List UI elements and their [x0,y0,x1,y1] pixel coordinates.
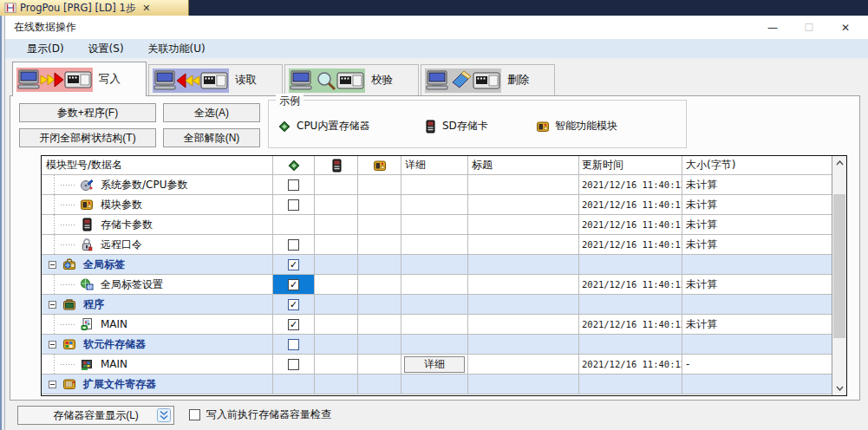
updated-cell: 2021/12/16 11:40:13 [579,275,682,294]
ext-file-register-icon [62,377,76,391]
header-sd-card-column [315,156,358,174]
module-cell [358,175,401,194]
select-all-button[interactable]: 全选(A) [163,103,260,122]
sd-card-cell [315,195,358,214]
global-label-setting-icon [80,277,94,291]
detail-cell [401,375,468,394]
size-cell: 未计算 [682,235,832,254]
module-cell [358,315,401,334]
row-checkbox[interactable] [288,179,299,191]
vertical-scrollbar[interactable] [832,156,846,395]
table-row: 全局标签设置✓2021/12/16 11:40:13未计算 [42,275,832,295]
tree-lines [42,235,80,254]
legend-item-cpu-memory: CPU内置存储器 [277,119,369,134]
sd-card-icon [330,159,343,173]
tab-label: 写入 [99,72,121,87]
title-cell [468,255,579,274]
row-checkbox[interactable] [288,239,299,251]
data-grid: 模块型号/数据名 详细 标题 更新时间 大小(字节) 系统参数/CPU参数202… [42,156,832,395]
row-name-cell[interactable]: 远程口令 [42,235,273,254]
size-cell: 未计算 [682,315,832,334]
row-label: MAIN [101,318,127,330]
row-name-cell[interactable]: 软元件存储器 [42,335,273,354]
title-cell [468,295,579,314]
memory-capacity-display-button[interactable]: 存储器容量显示(L) [17,406,174,425]
cpu-memory-cell: ✓ [273,295,315,314]
menu-display[interactable]: 显示(D) [18,40,73,58]
row-checkbox[interactable] [288,199,299,211]
document-tab[interactable]: ProgPou [PRG] [LD] 1步 ✕ [0,0,189,16]
legend-groupbox: 示例 CPU内置存储器 SD存储卡 智能功能模块 [268,100,687,148]
updated-cell: 2021/12/16 11:40:11 [579,235,682,254]
detail-button[interactable]: 详细 [404,356,465,373]
row-checkbox[interactable]: ✓ [288,259,299,270]
close-button[interactable]: ✕ [827,16,864,39]
title-cell [468,195,579,214]
tab-delete[interactable]: 删除 [421,64,555,95]
size-cell: 未计算 [682,275,832,294]
sd-card-cell [315,355,358,374]
collapse-toggle-icon[interactable] [49,381,56,388]
module-cell [358,355,401,374]
tab-read[interactable]: 读取 [148,64,283,95]
program-folder-icon [62,297,76,311]
tab-verify[interactable]: 校验 [284,64,419,95]
capacity-check-label: 写入前执行存储器容量检查 [206,407,331,422]
module-cell [358,335,401,354]
table-row: 存储卡参数2021/12/16 11:40:11未计算 [42,215,832,235]
title-cell [468,335,579,354]
parameter-program-button[interactable]: 参数+程序(F) [19,103,156,122]
updated-cell [579,295,682,314]
row-checkbox[interactable]: ✓ [288,299,299,310]
deselect-all-button[interactable]: 全部解除(N) [163,128,260,147]
row-checkbox[interactable] [288,359,299,370]
row-name-cell[interactable]: 全局标签 [42,255,273,274]
size-cell [682,375,832,394]
module-cell [358,275,401,294]
toggle-tree-button[interactable]: 开闭全部树状结构(T) [19,128,156,147]
collapse-toggle-icon[interactable] [49,261,56,269]
scroll-up-icon[interactable] [832,156,846,170]
row-checkbox[interactable]: ✓ [288,279,299,290]
collapse-toggle-icon[interactable] [49,301,56,309]
menu-settings[interactable]: 设置(S) [80,40,133,58]
header-module-name: 模块型号/数据名 [42,156,273,174]
scroll-down-icon[interactable] [832,381,846,395]
intelligent-module-icon [373,159,387,173]
row-name-cell[interactable]: MAIN [42,315,273,334]
scrollbar-thumb[interactable] [833,194,845,338]
intelligent-module-icon [80,198,94,212]
cpu-memory-cell [273,375,315,394]
cpu-memory-icon [287,159,301,173]
minimize-button[interactable]: — [754,16,791,39]
row-name-cell[interactable]: 全局标签设置 [42,275,273,294]
collapse-toggle-icon[interactable] [49,341,56,349]
document-tab-close-icon[interactable]: ✕ [142,3,150,14]
row-name-cell[interactable]: 模块参数 [42,195,273,214]
row-checkbox[interactable] [288,339,299,350]
detail-cell [401,315,468,334]
row-name-cell[interactable]: 存储卡参数 [42,215,273,234]
title-cell [468,235,579,254]
tab-label: 删除 [507,73,529,88]
table-row: 程序✓ [42,295,832,315]
row-name-cell[interactable]: 扩展文件寄存器 [42,375,273,394]
row-checkbox[interactable]: ✓ [288,319,299,330]
title-cell [468,355,579,374]
row-label: 系统参数/CPU参数 [101,178,187,192]
sd-card-cell [315,255,358,274]
tab-write[interactable]: 写入 [12,62,147,96]
row-name-cell[interactable]: 程序 [42,295,273,314]
menu-related-functions[interactable]: 关联功能(U) [140,40,214,58]
cpu-memory-cell: ✓ [273,275,315,294]
capacity-check-checkbox[interactable] [189,409,200,420]
intelligent-module-icon [536,120,550,134]
detail-cell [401,275,468,294]
size-cell: 未计算 [682,215,832,234]
row-label: 全局标签设置 [101,277,163,292]
ladder-program-icon [4,2,16,14]
row-label: 软元件存储器 [83,337,146,352]
row-name-cell[interactable]: 系统参数/CPU参数 [42,175,273,194]
header-size: 大小(字节) [682,156,832,174]
row-name-cell[interactable]: MAIN [42,355,273,374]
